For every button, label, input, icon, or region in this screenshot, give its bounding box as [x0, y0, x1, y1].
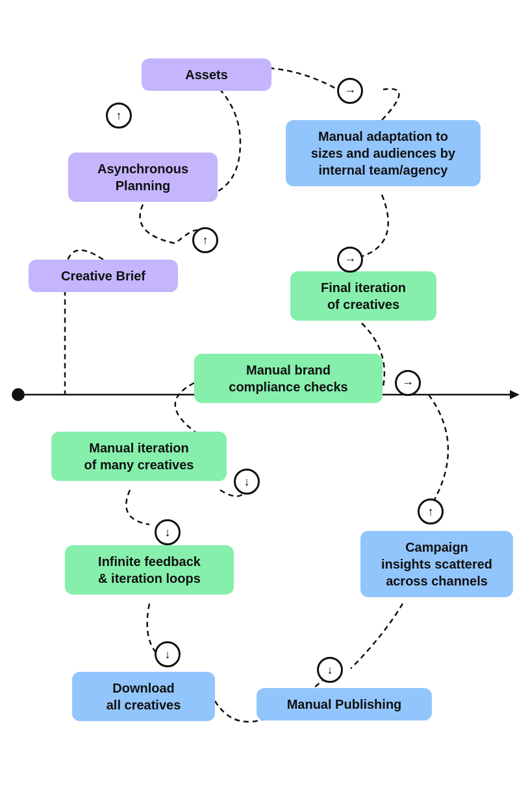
- arrow-circle-4: →: [337, 247, 363, 273]
- arrow-circle-7: ↓: [155, 519, 181, 545]
- async-planning-node: AsynchronousPlanning: [68, 153, 218, 202]
- arrow-circle-1: ↑: [106, 103, 132, 129]
- manual-brand-node: Manual brandcompliance checks: [194, 354, 383, 403]
- manual-iteration-node: Manual iterationof many creatives: [51, 432, 227, 481]
- arrow-circle-9: ↓: [155, 641, 181, 667]
- arrow-circle-6: ↓: [234, 469, 260, 495]
- infinite-feedback-node: Infinite feedback& iteration loops: [65, 545, 234, 595]
- final-iteration-node: Final iterationof creatives: [290, 271, 436, 321]
- campaign-insights-node: Campaigninsights scatteredacross channel…: [360, 531, 513, 597]
- arrow-circle-3: →: [337, 78, 363, 104]
- arrow-circle-5: →: [395, 370, 421, 396]
- creative-brief-node: Creative Brief: [29, 260, 178, 292]
- svg-marker-1: [510, 390, 520, 399]
- manual-adaptation-node: Manual adaptation tosizes and audiences …: [286, 120, 481, 186]
- manual-publishing-node: Manual Publishing: [257, 688, 432, 720]
- download-all-node: Downloadall creatives: [72, 672, 215, 721]
- diagram-container: Assets AsynchronousPlanning Manual adapt…: [0, 0, 528, 812]
- arrow-circle-8: ↑: [418, 498, 444, 524]
- svg-point-2: [12, 388, 25, 401]
- assets-node: Assets: [142, 58, 271, 91]
- arrow-circle-2: ↑: [192, 227, 218, 253]
- arrow-circle-10: ↓: [317, 657, 343, 683]
